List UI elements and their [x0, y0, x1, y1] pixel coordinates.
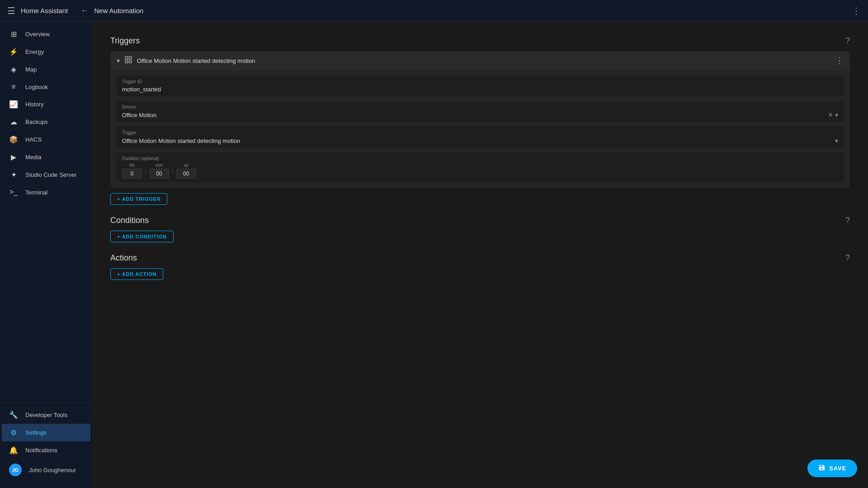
conditions-help-icon[interactable]: ?: [845, 216, 850, 225]
sidebar-item-history[interactable]: 📈 History: [2, 95, 90, 113]
trigger-type-value: Office Motion Motion started detecting m…: [122, 137, 240, 144]
sidebar-item-label: Studio Code Server: [25, 171, 76, 178]
add-action-button[interactable]: + ADD ACTION: [110, 268, 163, 280]
duration-colon-2: :: [172, 167, 174, 175]
duration-colon-1: :: [145, 167, 146, 175]
triggers-help-icon[interactable]: ?: [845, 36, 850, 46]
conditions-header: Conditions ?: [110, 216, 850, 225]
sidebar-item-media[interactable]: ▶ Media: [2, 148, 90, 166]
trigger-card: ▾ Office Motion Motion started detecting…: [110, 51, 850, 188]
trigger-card-title: Office Motion Motion started detecting m…: [137, 57, 831, 64]
actions-help-icon[interactable]: ?: [845, 253, 850, 263]
trigger-id-label: Trigger ID: [122, 79, 838, 84]
conditions-title: Conditions: [110, 216, 149, 225]
energy-icon: ⚡: [9, 47, 18, 56]
sidebar-item-notifications[interactable]: 🔔 Notifications: [2, 441, 90, 459]
sidebar-item-label: Map: [25, 66, 37, 73]
sidebar-item-user[interactable]: JG John Goughenour: [2, 459, 90, 481]
sidebar-item-studio-code-server[interactable]: ✦ Studio Code Server: [2, 166, 90, 184]
save-button[interactable]: SAVE: [807, 460, 857, 477]
trigger-card-header: ▾ Office Motion Motion started detecting…: [110, 51, 850, 70]
trigger-id-field: Trigger ID motion_started: [117, 76, 844, 96]
sidebar-item-terminal[interactable]: >_ Terminal: [2, 184, 90, 201]
terminal-icon: >_: [9, 188, 18, 196]
triggers-section: Triggers ? ▾ Office Motion Motion starte…: [110, 36, 850, 205]
app-name: Home Assistant: [21, 7, 68, 14]
add-condition-button[interactable]: + ADD CONDITION: [110, 231, 174, 242]
svg-rect-0: [125, 57, 127, 59]
device-label: Device: [122, 104, 838, 109]
trigger-type-label: Trigger: [122, 130, 838, 135]
duration-mm-unit: mm: [149, 163, 169, 179]
sidebar-item-logbook[interactable]: ≡ Logbook: [2, 78, 90, 95]
logbook-icon: ≡: [9, 83, 18, 91]
duration-hh-unit: hh: [122, 163, 142, 179]
sidebar-item-label: Logbook: [25, 84, 48, 90]
sidebar-item-hacs[interactable]: 📦 HACS: [2, 131, 90, 148]
overview-icon: ⊞: [9, 30, 18, 38]
page-title: New Automation: [94, 7, 846, 14]
device-field[interactable]: Device Office Motion ✕ ▾: [117, 101, 844, 122]
sidebar-item-settings[interactable]: ⚙ Settings: [2, 424, 90, 441]
sidebar-item-energy[interactable]: ⚡ Energy: [2, 43, 90, 61]
user-name: John Goughenour: [29, 467, 76, 474]
duration-field: Duration (optional) hh : mm :: [117, 152, 844, 182]
sidebar-item-map[interactable]: ◈ Map: [2, 61, 90, 78]
sidebar-item-developer-tools[interactable]: 🔧 Developer Tools: [2, 406, 90, 424]
sidebar-item-label: Energy: [25, 48, 44, 55]
map-icon: ◈: [9, 65, 18, 74]
save-label: SAVE: [829, 465, 846, 472]
svg-rect-1: [129, 57, 132, 59]
more-options-icon[interactable]: ⋮: [852, 5, 861, 16]
menu-icon[interactable]: ☰: [7, 5, 15, 16]
triggers-title: Triggers: [110, 36, 140, 46]
trigger-type-dropdown-icon[interactable]: ▾: [835, 137, 838, 144]
duration-mm-input[interactable]: [149, 169, 169, 179]
notifications-icon: 🔔: [9, 446, 18, 455]
duration-label: Duration (optional): [122, 156, 838, 161]
backups-icon: ☁: [9, 118, 18, 126]
sidebar-item-backups[interactable]: ☁ Backups: [2, 113, 90, 131]
ss-label: ss: [184, 163, 189, 168]
history-icon: 📈: [9, 100, 18, 109]
device-value: Office Motion: [122, 112, 156, 118]
duration-hh-input[interactable]: [122, 169, 142, 179]
sidebar: ⊞ Overview ⚡ Energy ◈ Map ≡ Logbook 📈 Hi…: [0, 22, 92, 488]
add-trigger-button[interactable]: + ADD TRIGGER: [110, 193, 167, 205]
user-avatar: JG: [9, 464, 22, 476]
code-server-icon: ✦: [9, 171, 18, 179]
developer-tools-icon: 🔧: [9, 411, 18, 419]
settings-icon: ⚙: [9, 428, 18, 437]
sidebar-item-label: Notifications: [25, 447, 57, 454]
actions-title: Actions: [110, 253, 137, 263]
device-field-actions: ✕ ▾: [828, 111, 838, 118]
svg-rect-3: [129, 61, 132, 63]
trigger-id-value: motion_started: [122, 86, 838, 93]
duration-ss-unit: ss: [176, 163, 196, 179]
trigger-chevron-icon[interactable]: ▾: [117, 57, 120, 64]
trigger-type-field[interactable]: Trigger Office Motion Motion started det…: [117, 127, 844, 148]
sidebar-item-label: Settings: [25, 429, 47, 436]
sidebar-item-label: Media: [25, 154, 41, 161]
sidebar-item-overview[interactable]: ⊞ Overview: [2, 25, 90, 43]
trigger-more-icon[interactable]: ⋮: [835, 56, 844, 66]
mm-label: mm: [156, 163, 163, 168]
hh-label: hh: [129, 163, 134, 168]
sidebar-item-label: Overview: [25, 31, 50, 38]
hacs-icon: 📦: [9, 135, 18, 144]
back-button[interactable]: ←: [80, 6, 89, 15]
device-dropdown-icon[interactable]: ▾: [835, 111, 838, 118]
sidebar-item-label: Terminal: [25, 189, 47, 196]
topbar: ☰ Home Assistant ← New Automation ⋮: [0, 0, 868, 22]
actions-section: Actions ? + ADD ACTION: [110, 253, 850, 280]
actions-header: Actions ?: [110, 253, 850, 263]
trigger-body: Trigger ID motion_started Device Office …: [110, 70, 850, 188]
duration-inputs: hh : mm : ss: [122, 163, 838, 179]
duration-ss-input[interactable]: [176, 169, 196, 179]
triggers-header: Triggers ?: [110, 36, 850, 46]
trigger-type-icon: [124, 56, 132, 66]
device-clear-icon[interactable]: ✕: [828, 111, 833, 118]
save-icon: [818, 464, 826, 473]
sidebar-item-label: HACS: [25, 136, 42, 143]
sidebar-item-label: Developer Tools: [25, 412, 67, 418]
